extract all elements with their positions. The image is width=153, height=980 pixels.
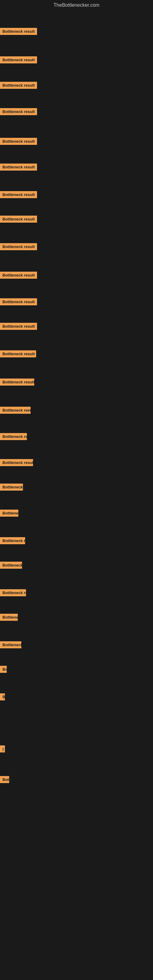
bottleneck-item-2: Bottleneck result bbox=[0, 56, 37, 65]
bottleneck-label-7: Bottleneck result bbox=[0, 191, 37, 198]
bottleneck-label-17: Bottleneck resul bbox=[0, 459, 33, 466]
bottleneck-label-13: Bottleneck result bbox=[0, 350, 36, 357]
bottleneck-label-9: Bottleneck result bbox=[0, 243, 37, 250]
bottleneck-label-21: Bottleneck bbox=[0, 562, 22, 569]
bottleneck-label-8: Bottleneck result bbox=[0, 216, 37, 223]
bottleneck-item-26: B bbox=[0, 694, 5, 702]
bottleneck-item-11: Bottleneck result bbox=[0, 298, 37, 307]
bottleneck-item-21: Bottleneck bbox=[0, 562, 22, 570]
bottleneck-item-23: Bottlene bbox=[0, 614, 18, 622]
bottleneck-label-5: Bottleneck result bbox=[0, 138, 37, 145]
bottleneck-item-9: Bottleneck result bbox=[0, 243, 37, 251]
bottleneck-item-24: Bottleneck bbox=[0, 641, 21, 649]
bottleneck-item-15: Bottleneck result bbox=[0, 407, 30, 415]
bottleneck-label-28: Bott bbox=[0, 776, 9, 783]
bottleneck-label-18: Bottleneck bbox=[0, 484, 23, 491]
bottleneck-label-1: Bottleneck result bbox=[0, 28, 37, 35]
bottleneck-item-14: Bottleneck result bbox=[0, 379, 34, 387]
bottleneck-item-1: Bottleneck result bbox=[0, 28, 37, 36]
bottleneck-item-16: Bottleneck re bbox=[0, 433, 27, 441]
bottleneck-item-5: Bottleneck result bbox=[0, 138, 37, 146]
bottleneck-item-22: Bottleneck re bbox=[0, 589, 26, 598]
bottleneck-item-13: Bottleneck result bbox=[0, 350, 36, 359]
site-title: TheBottlenecker.com bbox=[0, 0, 153, 10]
bottleneck-label-23: Bottlene bbox=[0, 614, 18, 621]
bottleneck-label-25: Bo bbox=[0, 666, 7, 673]
bottleneck-label-12: Bottleneck result bbox=[0, 323, 37, 330]
bottleneck-item-10: Bottleneck result bbox=[0, 272, 37, 280]
bottleneck-item-12: Bottleneck result bbox=[0, 323, 37, 331]
bottleneck-item-3: Bottleneck result bbox=[0, 82, 37, 90]
bottleneck-item-20: Bottleneck r bbox=[0, 537, 25, 546]
bottleneck-label-6: Bottleneck result bbox=[0, 164, 37, 170]
bottleneck-item-4: Bottleneck result bbox=[0, 108, 37, 116]
bottleneck-label-19: Bottlene bbox=[0, 510, 18, 517]
bottleneck-label-2: Bottleneck result bbox=[0, 56, 37, 64]
bottleneck-item-8: Bottleneck result bbox=[0, 216, 37, 224]
bottleneck-label-10: Bottleneck result bbox=[0, 272, 37, 279]
bottleneck-label-20: Bottleneck r bbox=[0, 537, 25, 544]
bottleneck-item-28: Bott bbox=[0, 776, 9, 784]
bottleneck-item-19: Bottlene bbox=[0, 510, 18, 518]
bottleneck-label-3: Bottleneck result bbox=[0, 82, 37, 89]
bottleneck-label-11: Bottleneck result bbox=[0, 298, 37, 305]
bottleneck-item-7: Bottleneck result bbox=[0, 191, 37, 199]
bottleneck-label-14: Bottleneck result bbox=[0, 379, 34, 385]
bottleneck-item-6: Bottleneck result bbox=[0, 164, 37, 172]
bottleneck-label-16: Bottleneck re bbox=[0, 433, 27, 440]
bottleneck-label-4: Bottleneck result bbox=[0, 108, 37, 115]
bottleneck-item-17: Bottleneck resul bbox=[0, 459, 33, 467]
bottleneck-item-27: | bbox=[0, 745, 5, 754]
bottleneck-item-25: Bo bbox=[0, 666, 7, 674]
bottleneck-label-15: Bottleneck result bbox=[0, 407, 30, 414]
bottleneck-label-26: B bbox=[0, 694, 5, 700]
bottleneck-label-24: Bottleneck bbox=[0, 641, 21, 648]
bottleneck-label-22: Bottleneck re bbox=[0, 589, 26, 596]
bottleneck-label-27: | bbox=[0, 745, 5, 752]
bottleneck-item-18: Bottleneck bbox=[0, 484, 23, 492]
